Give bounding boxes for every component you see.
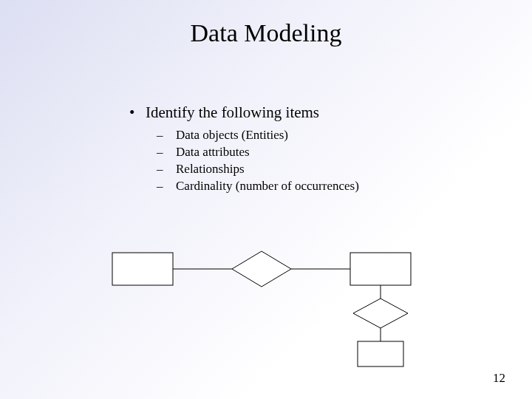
entity-box-bottom	[358, 341, 403, 366]
relationship-diamond-upper	[232, 251, 291, 287]
er-diagram	[0, 0, 532, 399]
entity-box-right	[350, 253, 411, 285]
entity-box-left	[112, 253, 173, 285]
page-number: 12	[493, 371, 505, 386]
relationship-diamond-lower	[353, 299, 408, 328]
